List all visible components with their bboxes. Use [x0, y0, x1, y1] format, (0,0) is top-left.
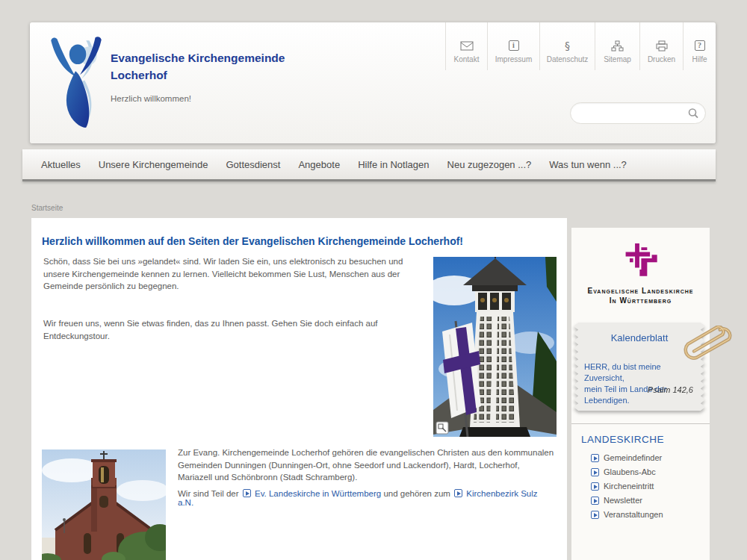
intro-paragraph: Schön, dass Sie bei uns »gelandet« sind.…: [43, 255, 424, 293]
site-title-line1: Evangelische Kirchengemeinde: [111, 49, 285, 66]
kalenderblatt-verse: HERR, du bist meine Zuversicht, mein Tei…: [584, 361, 696, 406]
church-building-photo: [42, 449, 166, 560]
question-box-icon: ?: [695, 39, 705, 52]
search-box: [570, 102, 706, 124]
info-box-icon: i: [509, 39, 519, 52]
church-tower-photo[interactable]: [433, 257, 557, 437]
nav-neu-zugezogen[interactable]: Neu zugezogen ...?: [438, 159, 541, 170]
utility-nav: Kontakt i Impressum § Datenschutz Sitema…: [445, 22, 716, 70]
nav-hilfe-in-notlagen[interactable]: Hilfe in Notlagen: [349, 159, 438, 170]
page-title: Herzlich willkommen auf den Seiten der E…: [42, 235, 557, 247]
main-nav: Aktuelles Unsere Kirchengemeinde Gottesd…: [22, 149, 716, 181]
content-panel: Herzlich willkommen auf den Seiten der E…: [31, 218, 567, 560]
utility-sitemap[interactable]: Sitemap: [595, 22, 639, 70]
utility-label: Drucken: [648, 55, 675, 63]
utility-datenschutz[interactable]: § Datenschutz: [539, 22, 595, 70]
search-icon[interactable]: [687, 108, 699, 122]
arrow-link-icon: [243, 489, 251, 497]
utility-hilfe[interactable]: ? Hilfe: [683, 22, 716, 70]
utility-label: Datenschutz: [547, 55, 589, 63]
wuerttemberg-cross-icon: [622, 241, 660, 279]
utility-drucken[interactable]: Drucken: [639, 22, 683, 70]
landeskirche-wordmark: Evangelische Landeskirche In Württemberg: [571, 286, 710, 305]
breadcrumb[interactable]: Startseite: [31, 204, 63, 212]
utility-label: Impressum: [495, 55, 532, 63]
sidebar-link-gemeindefinder[interactable]: Gemeindefinder: [589, 453, 663, 462]
sidebar-divider: [571, 423, 710, 424]
sidebar: Evangelische Landeskirche In Württemberg…: [571, 228, 710, 560]
nav-angebote[interactable]: Angebote: [289, 159, 349, 170]
nav-gottesdienst[interactable]: Gottesdienst: [217, 159, 289, 170]
search-input[interactable]: [580, 104, 684, 122]
membership-middle: und gehören zum: [383, 489, 450, 498]
membership-prefix: Wir sind Teil der: [178, 489, 239, 498]
site-title-line2: Locherhof: [111, 66, 285, 84]
sidebar-link-veranstaltungen[interactable]: Veranstaltungen: [589, 510, 663, 519]
utility-label: Hilfe: [692, 55, 707, 63]
site-tagline: Herzlich willkommen!: [111, 94, 191, 103]
landeskirche-links: Gemeindefinder Glaubens-Abc Kircheneintr…: [589, 453, 663, 524]
utility-label: Kontakt: [454, 55, 480, 63]
membership-line: Wir sind Teil der Ev. Landeskirche in Wü…: [178, 489, 555, 507]
arrow-link-icon: [454, 489, 462, 497]
utility-impressum[interactable]: i Impressum: [487, 22, 539, 70]
landeskirche-logo: Evangelische Landeskirche In Württemberg: [571, 241, 710, 305]
sidebar-link-kircheneintritt[interactable]: Kircheneintritt: [589, 482, 663, 491]
parish-logo: [42, 33, 111, 128]
arrow-link-icon: [591, 482, 599, 491]
landeskirche-section-title: LANDESKIRCHE: [581, 434, 664, 445]
utility-kontakt[interactable]: Kontakt: [445, 22, 487, 70]
sidebar-link-glaubens-abc[interactable]: Glaubens-Abc: [589, 467, 663, 476]
arrow-link-icon: [591, 468, 599, 476]
sidebar-link-newsletter[interactable]: Newsletter: [589, 496, 663, 505]
site-title: Evangelische Kirchengemeinde Locherhof: [111, 49, 285, 84]
nav-was-tun-wenn[interactable]: Was tun wenn ...?: [540, 159, 636, 170]
arrow-link-icon: [591, 454, 599, 462]
arrow-link-icon: [591, 497, 599, 505]
mail-icon: [460, 39, 474, 52]
utility-label: Sitemap: [604, 55, 631, 63]
arrow-link-icon: [591, 511, 599, 519]
header: Evangelische Kirchengemeinde Locherhof H…: [30, 22, 716, 143]
paperclip-icon: [675, 326, 736, 360]
discover-paragraph: Wir freuen uns, wenn Sie etwas finden, d…: [43, 317, 424, 342]
printer-icon: [656, 39, 668, 52]
link-landeskirche[interactable]: Ev. Landeskirche in Württemberg: [255, 489, 381, 498]
sitemap-icon: [611, 39, 624, 52]
parish-description: Zur Evang. Kirchengemeinde Locherhof geh…: [178, 447, 555, 484]
kalenderblatt-source: Psalm 142,6: [648, 385, 693, 394]
enlarge-image-icon[interactable]: [436, 422, 448, 434]
nav-unsere-kirchengemeinde[interactable]: Unsere Kirchengemeinde: [90, 159, 217, 170]
paragraph-icon: §: [565, 39, 570, 52]
nav-aktuelles[interactable]: Aktuelles: [32, 159, 90, 170]
